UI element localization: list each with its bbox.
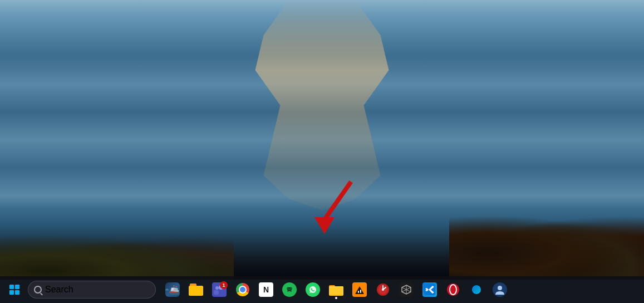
uboat-icon (165, 282, 180, 297)
vegetation-left (0, 235, 234, 280)
vlc-icon (352, 282, 367, 297)
taskbar-app-spotify[interactable] (278, 278, 301, 301)
svg-point-6 (215, 286, 219, 290)
taskbar-app-bittorrent[interactable] (372, 278, 394, 301)
taskbar-app-uboat[interactable] (161, 278, 184, 301)
vscode-icon (422, 282, 437, 297)
search-bar[interactable]: Search (28, 281, 156, 299)
desktop: Search (0, 0, 644, 303)
taskbar-app-files[interactable] (325, 278, 347, 301)
taskbar: Search (0, 276, 644, 303)
teams-badge: 1 (220, 281, 228, 289)
svg-rect-3 (166, 290, 166, 290)
taskbar-app-vscode[interactable] (419, 278, 441, 301)
taskbar-app-vlc[interactable] (348, 278, 371, 301)
taskbar-app-whatsapp[interactable] (302, 278, 324, 301)
pinned-apps: 1 N (161, 278, 511, 301)
search-label: Search (45, 285, 73, 295)
opera-icon (446, 282, 460, 297)
taskbar-app-chrome[interactable] (232, 278, 254, 301)
edge-icon (469, 282, 484, 297)
svg-rect-17 (360, 290, 361, 293)
svg-rect-13 (329, 287, 343, 295)
taskbar-app-account[interactable] (489, 278, 511, 301)
windows-logo-icon (9, 285, 19, 295)
search-icon (34, 286, 42, 294)
file-explorer-icon (189, 282, 203, 297)
spotify-icon (282, 282, 297, 297)
taskbar-app-edge[interactable] (465, 278, 488, 301)
vegetation-right (449, 213, 644, 280)
whatsapp-icon (306, 282, 320, 297)
taskbar-app-teams[interactable]: 1 (208, 278, 230, 301)
svg-marker-15 (355, 286, 364, 294)
notion-icon: N (259, 282, 273, 297)
svg-point-30 (498, 286, 502, 290)
svg-rect-7 (214, 290, 219, 295)
svg-point-27 (447, 284, 459, 296)
chrome-icon (235, 282, 250, 297)
taskbar-app-notion[interactable]: N (255, 278, 277, 301)
active-indicator (335, 297, 337, 299)
svg-point-20 (382, 289, 384, 291)
taskbar-app-unity[interactable] (395, 278, 417, 301)
taskbar-app-opera[interactable] (442, 278, 464, 301)
bittorrent-icon (376, 282, 390, 297)
start-button[interactable] (3, 278, 26, 301)
taskbar-app-file-explorer[interactable] (185, 278, 207, 301)
files-folder-icon (329, 282, 343, 297)
unity-icon (399, 282, 414, 297)
svg-rect-2 (166, 289, 167, 290)
svg-rect-16 (358, 291, 359, 293)
account-icon (493, 282, 507, 297)
